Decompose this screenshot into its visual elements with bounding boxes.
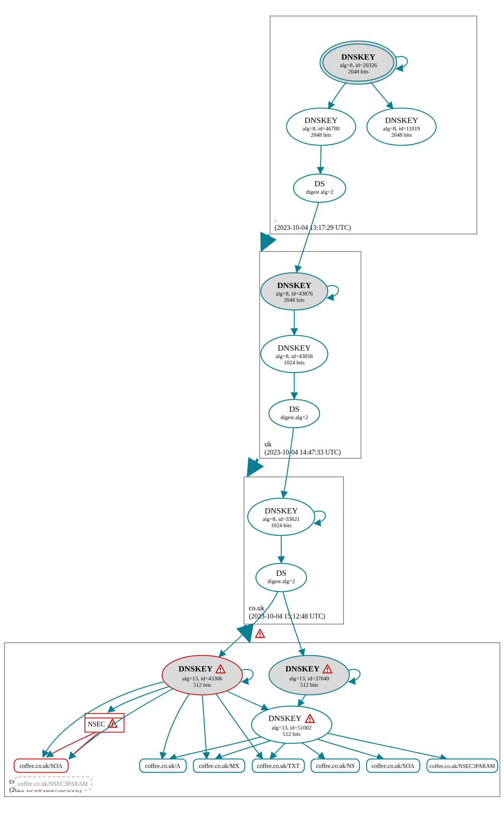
uk-ksk-title: DNSKEY <box>277 281 311 290</box>
root-zsk2-l2: alg=8, id=11019 <box>383 126 420 132</box>
uk-ds-title: DS <box>289 404 299 414</box>
svg-rect-6 <box>309 717 310 720</box>
rrset-nsec3-red-label: coffee.co.uk/NSEC3PARAM <box>18 781 88 787</box>
root-zsk1-l3: 2048 bits <box>311 132 332 138</box>
uk-zsk-l2: alg=8, id=43056 <box>276 353 313 359</box>
zone-uk-label: uk <box>264 440 272 448</box>
rrset-a-label: coffee.co.uk/A <box>145 763 181 769</box>
uk-ksk-l2: alg=8, id=43876 <box>276 291 313 297</box>
svg-rect-1 <box>259 636 260 637</box>
coffee-k3-title: DNSKEY <box>268 714 301 723</box>
rrset-ns-label: coffee.co.uk/NS <box>316 763 355 769</box>
edge-k1-k3 <box>227 691 268 710</box>
zone-root-label: . <box>275 215 276 223</box>
uk-ds-l2: digest alg=2 <box>280 414 308 420</box>
edge-coukds-coffeek1 <box>219 592 278 657</box>
svg-rect-2 <box>220 668 221 670</box>
rrset-nsec3-label: coffee.co.uk/NSEC3PARAM <box>429 763 495 769</box>
edge-ds-to-ukksk <box>297 203 318 272</box>
edge-ukds-coukksk <box>283 428 294 498</box>
svg-rect-0 <box>259 632 260 635</box>
root-ksk-l3: 2048 bits <box>348 69 369 75</box>
uk-ksk-l3: 2048 bits <box>284 297 305 303</box>
root-zsk2-l3: 2048 bits <box>391 132 412 138</box>
rrset-soa-red-label: coffee.co.uk/SOA <box>19 763 63 769</box>
nsec-box: NSEC <box>85 714 124 732</box>
rrset-mx-label: coffee.co.uk/MX <box>199 763 240 769</box>
svg-rect-5 <box>327 671 328 672</box>
svg-rect-7 <box>309 721 310 722</box>
edge-k1-rmx <box>202 695 207 759</box>
edge-nsec-rsoa <box>47 733 95 757</box>
edge-k3-rns <box>302 743 325 759</box>
coffee-k3-l3: 512 bits <box>283 731 301 737</box>
coffee-k2 <box>269 655 349 695</box>
uk-ds <box>269 399 320 428</box>
edge-k3-rmx <box>215 741 270 759</box>
zone-root-ts: (2023-10-04 13:17:29 UTC) <box>275 224 351 232</box>
svg-rect-4 <box>327 668 328 670</box>
edge-k1-ra <box>162 694 189 759</box>
edge-k3-rsoa <box>317 739 384 759</box>
couk-ksk-l3: 1024 bits <box>271 522 292 528</box>
coffee-k1-l2: alg=13, id=43306 <box>183 676 222 681</box>
edge-rootksk-zsk1 <box>329 82 346 109</box>
root-ksk-l2: alg=8, id=20326 <box>340 62 377 68</box>
edge-rootzsk1-ds <box>320 145 321 174</box>
root-zsk1-l2: alg=8, id=46780 <box>302 126 339 132</box>
couk-ksk-l2: alg=8, id=33621 <box>263 516 299 522</box>
couk-ksk-title: DNSKEY <box>264 506 298 515</box>
coffee-k3-l2: alg=13, id=51002 <box>272 725 312 731</box>
edge-root-to-uk-box <box>261 235 269 250</box>
rrset-txt-label: coffee.co.uk/TXT <box>257 763 300 769</box>
couk-ds-l2: digest alg=2 <box>267 578 295 584</box>
coffee-k1-title: DNSKEY <box>178 664 213 673</box>
couk-ds <box>256 563 307 592</box>
coffee-k2-l3: 512 bits <box>300 682 318 688</box>
uk-zsk-l3: 1024 bits <box>284 360 305 366</box>
root-zsk1-title: DNSKEY <box>304 116 337 125</box>
couk-ds-title: DS <box>276 568 286 578</box>
edge-rootksk-zsk2 <box>371 82 393 109</box>
svg-rect-3 <box>220 671 221 672</box>
coffee-k1 <box>162 655 243 695</box>
zone-couk-label: co.uk <box>249 604 264 612</box>
rrset-soa-label: coffee.co.uk/SOA <box>371 763 415 769</box>
edge-k3-rnsec3 <box>328 733 447 759</box>
coffee-k1-l3: 512 bits <box>193 682 211 688</box>
nsec-title: NSEC <box>88 721 105 728</box>
edge-uk-to-couk-box <box>248 459 258 476</box>
root-ds <box>294 174 346 202</box>
warning-icon <box>256 629 264 638</box>
root-ds-l2: digest alg=2 <box>306 189 333 195</box>
zone-coffee-box <box>4 643 500 797</box>
coffee-k2-title: DNSKEY <box>285 664 320 673</box>
uk-zsk-title: DNSKEY <box>278 343 311 352</box>
coffee-k2-l2: alg=13, id=37040 <box>289 676 329 681</box>
root-ds-title: DS <box>314 179 325 188</box>
edge-k2-k3 <box>298 695 305 706</box>
edge-couk-to-coffee-box <box>245 625 250 642</box>
zone-uk-ts: (2023-10-04 14:47:33 UTC) <box>264 449 341 456</box>
edge-k3-rtxt <box>270 743 285 759</box>
root-ksk-title: DNSKEY <box>341 52 375 61</box>
root-zsk2-title: DNSKEY <box>385 116 418 125</box>
